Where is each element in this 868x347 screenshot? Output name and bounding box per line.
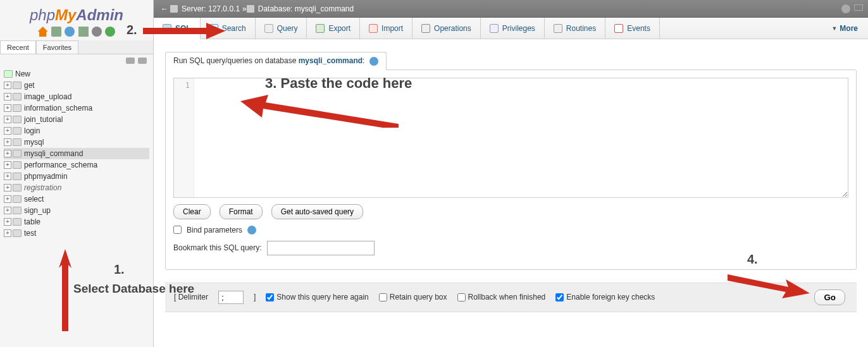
database-icon xyxy=(13,173,22,180)
tree-item-label: phpmyadmin xyxy=(24,172,68,181)
database-icon xyxy=(13,127,22,135)
crumb-database[interactable]: Database: mysqli_command xyxy=(258,4,354,13)
operations-icon xyxy=(421,24,430,33)
help-icon[interactable] xyxy=(247,226,256,234)
tree-item-label: select xyxy=(24,195,44,204)
expand-icon[interactable]: + xyxy=(4,116,11,123)
retain-checkbox[interactable] xyxy=(379,293,387,301)
expand-icon[interactable]: + xyxy=(4,127,11,135)
autosaved-button[interactable]: Get auto-saved query xyxy=(271,204,363,219)
show-again-checkbox[interactable] xyxy=(266,293,274,301)
fk-checkbox[interactable] xyxy=(555,293,564,301)
expand-icon[interactable]: + xyxy=(4,93,11,100)
tab-export[interactable]: Export xyxy=(307,18,360,39)
expand-icon[interactable]: + xyxy=(4,173,11,180)
database-icon xyxy=(13,116,22,123)
tab-query[interactable]: Query xyxy=(256,18,307,39)
expand-icon[interactable]: + xyxy=(4,150,11,157)
sql-title-db[interactable]: mysqli_command xyxy=(299,56,363,65)
show-again-option[interactable]: Show this query here again xyxy=(266,293,368,301)
rollback-option[interactable]: Rollback when finished xyxy=(457,293,546,301)
tree-item-login[interactable]: +login xyxy=(4,125,149,137)
database-icon xyxy=(13,218,22,226)
database-icon xyxy=(13,195,22,203)
gear-icon[interactable] xyxy=(92,27,102,37)
tree-item-sign_up[interactable]: +sign_up xyxy=(4,205,149,216)
expand-icon[interactable]: + xyxy=(4,104,11,112)
tree-item-label: get xyxy=(24,81,35,90)
sql-textarea[interactable] xyxy=(194,78,848,197)
tree-item-select[interactable]: +select xyxy=(4,193,149,205)
tree-item-join_tutorial[interactable]: +join_tutorial xyxy=(4,114,149,125)
query-icon xyxy=(264,24,273,33)
tree-item-get[interactable]: +get xyxy=(4,80,149,91)
tree-item-information_schema[interactable]: +information_schema xyxy=(4,102,149,114)
content-area: SQL Search Query Export Import Operation… xyxy=(154,18,868,347)
tree-new[interactable]: New xyxy=(4,68,149,80)
tab-more[interactable]: ▼More xyxy=(821,18,868,39)
back-button[interactable]: ← xyxy=(159,4,170,13)
tree-item-registration[interactable]: +registration xyxy=(4,182,149,193)
bind-params-checkbox[interactable] xyxy=(173,226,182,234)
import-icon xyxy=(369,24,378,33)
database-icon xyxy=(247,5,254,13)
expand-icon[interactable]: + xyxy=(4,161,11,169)
home-icon[interactable] xyxy=(38,27,48,37)
delimiter-input[interactable] xyxy=(218,291,244,304)
tree-item-label: registration xyxy=(24,183,61,192)
reload-icon[interactable] xyxy=(105,27,115,37)
tree-item-phpmyadmin[interactable]: +phpmyadmin xyxy=(4,171,149,182)
sql-icon xyxy=(163,24,171,33)
tree-item-mysql[interactable]: +mysql xyxy=(4,137,149,148)
tab-privileges[interactable]: Privileges xyxy=(481,18,545,39)
help-icon[interactable] xyxy=(369,57,378,66)
link-icon[interactable] xyxy=(138,58,147,64)
expand-icon[interactable]: + xyxy=(4,218,11,226)
delimiter-label: [ Delimiter xyxy=(174,293,208,301)
logo: phpMyAdmin xyxy=(0,0,153,27)
tree-item-image_upload[interactable]: +image_upload xyxy=(4,91,149,102)
export-icon xyxy=(316,24,325,33)
tab-operations[interactable]: Operations xyxy=(412,18,481,39)
tab-sql[interactable]: SQL xyxy=(154,18,201,39)
tab-routines[interactable]: Routines xyxy=(545,18,605,39)
expand-icon[interactable]: + xyxy=(4,195,11,203)
expand-icon[interactable]: + xyxy=(4,207,11,214)
tree-item-label: image_upload xyxy=(24,92,71,101)
clear-button[interactable]: Clear xyxy=(173,204,211,219)
tree-item-table[interactable]: +table xyxy=(4,216,149,228)
logout-icon[interactable] xyxy=(51,27,61,37)
tree-item-performance_schema[interactable]: +performance_schema xyxy=(4,159,149,171)
sql-panel: Run SQL query/queries on database mysqli… xyxy=(165,52,857,270)
collapse-all-icon[interactable] xyxy=(126,58,135,64)
expand-icon[interactable]: + xyxy=(4,138,11,146)
tree-item-label: mysql xyxy=(24,138,44,147)
bookmark-input[interactable] xyxy=(267,241,375,255)
privileges-icon xyxy=(490,24,499,33)
database-icon xyxy=(13,207,22,214)
tree-item-test[interactable]: +test xyxy=(4,228,149,239)
tab-favorites[interactable]: Favorites xyxy=(36,40,78,54)
rollback-checkbox[interactable] xyxy=(457,293,466,301)
tab-events[interactable]: Events xyxy=(605,18,660,39)
go-button[interactable]: Go xyxy=(814,289,845,305)
page-settings-icon[interactable] xyxy=(841,4,850,13)
fk-option[interactable]: Enable foreign key checks xyxy=(555,293,655,301)
expand-icon[interactable]: + xyxy=(4,184,11,192)
tab-recent[interactable]: Recent xyxy=(0,40,36,54)
docs-icon[interactable] xyxy=(65,27,75,37)
tree-item-label: mysqli_command xyxy=(24,149,83,158)
tree-item-label: information_schema xyxy=(24,104,92,113)
tab-search[interactable]: Search xyxy=(201,18,256,39)
crumb-server[interactable]: Server: 127.0.0.1 xyxy=(182,4,240,13)
bookmark-label: Bookmark this SQL query: xyxy=(173,243,262,252)
tree-item-label: performance_schema xyxy=(24,161,97,169)
format-button[interactable]: Format xyxy=(220,204,263,219)
expand-icon[interactable]: + xyxy=(4,82,11,89)
panel-toggle-icon[interactable] xyxy=(854,4,863,11)
retain-option[interactable]: Retain query box xyxy=(379,293,447,301)
nav-icon[interactable] xyxy=(78,27,89,37)
tree-item-mysqli_command[interactable]: +mysqli_command xyxy=(4,148,149,159)
tab-import[interactable]: Import xyxy=(360,18,412,39)
expand-icon[interactable]: + xyxy=(4,229,11,237)
